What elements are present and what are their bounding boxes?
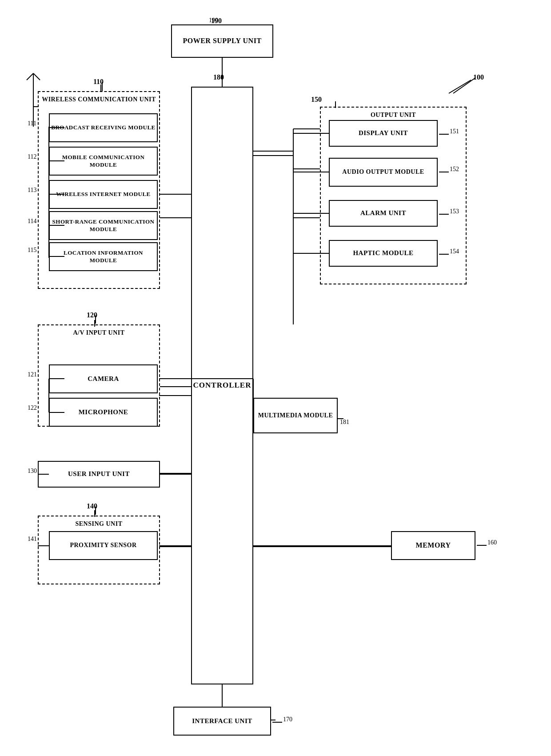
output-label: OUTPUT UNIT (321, 111, 466, 119)
power-supply-box: POWER SUPPLY UNIT (171, 24, 273, 58)
ref-121: 121 (28, 371, 37, 378)
ref-140: 140 (87, 502, 97, 510)
ref-153: 153 (450, 208, 459, 215)
microphone-box: MICROPHONE (49, 398, 158, 427)
controller-box: CONTROLLER (191, 87, 253, 684)
ref-190-label: 190 (211, 17, 222, 25)
audio-output-box: AUDIO OUTPUT MODULE (329, 158, 438, 187)
alarm-box: ALARM UNIT (329, 200, 438, 227)
ref-113: 113 (28, 187, 36, 194)
ref-154: 154 (450, 248, 459, 255)
ref-160: 160 (487, 539, 497, 546)
broadcast-box: BROADCAST RECEIVING MODULE (49, 113, 158, 142)
ref-150: 150 (311, 96, 322, 104)
interface-box: INTERFACE UNIT (173, 707, 271, 736)
mobile-comm-box: MOBILE COMMUNICATION MODULE (49, 147, 158, 176)
multimedia-box: MULTIMEDIA MODULE (253, 398, 338, 433)
ref-111: 111 (28, 120, 36, 127)
display-box: DISPLAY UNIT (329, 120, 438, 147)
wireless-internet-box: WIRELESS INTERNET MODULE (49, 180, 158, 209)
ref-110: 110 (93, 78, 104, 86)
location-box: LOCATION INFORMATION MODULE (49, 242, 158, 271)
ref-112: 112 (28, 153, 36, 160)
ref-170: 170 (283, 716, 292, 723)
ref-114: 114 (28, 218, 36, 225)
diagram: 190 190 POWER SUPPLY UNIT 100 180 CONTRO… (0, 0, 551, 756)
user-input-box: USER INPUT UNIT (38, 461, 160, 488)
haptic-box: HAPTIC MODULE (329, 240, 438, 267)
svg-line-36 (33, 73, 40, 80)
ref-180: 180 (213, 73, 224, 81)
proximity-box: PROXIMITY SENSOR (49, 531, 158, 560)
ref-100-arrow (440, 78, 475, 96)
svg-line-32 (453, 78, 475, 93)
sensing-label: SENSING UNIT (39, 520, 159, 528)
memory-box: MEMORY (391, 531, 475, 560)
short-range-box: SHORT-RANGE COMMUNICATION MODULE (49, 211, 158, 240)
ref-130: 130 (28, 468, 37, 475)
av-input-label: A/V INPUT UNIT (39, 329, 159, 337)
svg-line-33 (449, 80, 471, 93)
ref-141: 141 (28, 536, 37, 543)
ref-115: 115 (28, 247, 36, 254)
ref-120: 120 (87, 311, 97, 319)
ref-151: 151 (450, 128, 459, 135)
ref-100: 100 (473, 73, 484, 81)
ref-181: 181 (340, 419, 349, 426)
svg-line-35 (27, 73, 33, 80)
ref-122: 122 (28, 404, 37, 412)
camera-box: CAMERA (49, 364, 158, 393)
antenna-icon (24, 69, 42, 93)
wireless-comm-label: WIRELESS COMMUNICATION UNIT (39, 96, 159, 104)
ref-152: 152 (450, 166, 459, 173)
